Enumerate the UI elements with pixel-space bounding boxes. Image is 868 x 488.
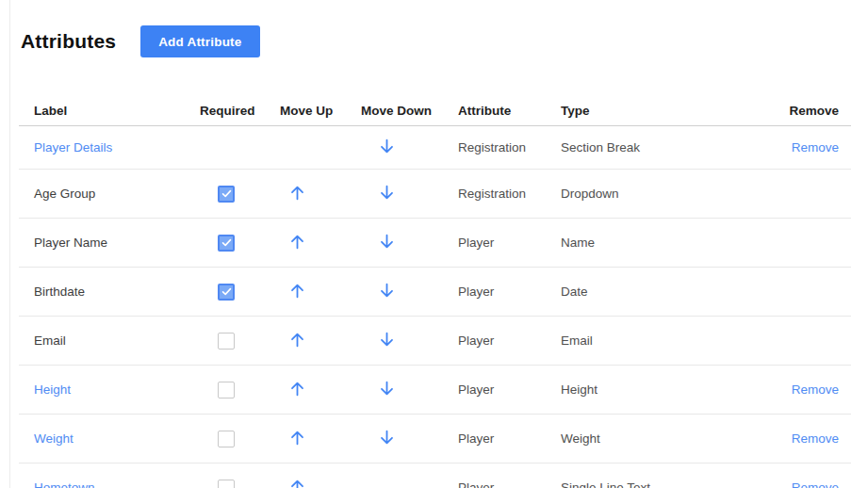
check-icon bbox=[221, 187, 233, 200]
type-value: Height bbox=[561, 382, 598, 397]
move-down-button[interactable] bbox=[378, 184, 396, 202]
arrow-down-icon bbox=[378, 282, 396, 300]
arrow-up-icon bbox=[288, 331, 306, 349]
table-row: Weight Player bbox=[19, 415, 851, 464]
type-value: Dropdown bbox=[561, 187, 619, 201]
row-label: Email bbox=[34, 333, 66, 348]
row-label: Age Group bbox=[34, 187, 95, 201]
arrow-up-icon bbox=[288, 380, 306, 398]
table-row: Player Name Player bbox=[19, 219, 851, 268]
remove-link[interactable]: Remove bbox=[792, 140, 839, 155]
required-checkbox[interactable] bbox=[218, 382, 235, 399]
table-row: Age Group Registration bbox=[19, 170, 851, 219]
column-header-move-down: Move Down bbox=[361, 104, 458, 118]
type-value: Name bbox=[561, 236, 595, 250]
column-header-remove: Remove bbox=[758, 104, 839, 118]
required-checkbox[interactable] bbox=[218, 431, 235, 447]
column-header-attribute: Attribute bbox=[458, 104, 561, 118]
type-value: Date bbox=[561, 285, 588, 299]
attribute-value: Player bbox=[458, 285, 494, 299]
column-header-required: Required bbox=[200, 104, 280, 118]
arrow-down-icon bbox=[378, 380, 396, 398]
column-header-move-up: Move Up bbox=[280, 104, 361, 118]
type-value: Section Break bbox=[561, 140, 640, 155]
row-label[interactable]: Player Details bbox=[34, 140, 112, 155]
table-body: Player Details Registration Section Brea… bbox=[19, 126, 851, 488]
row-label: Player Name bbox=[34, 236, 107, 250]
row-label[interactable]: Height bbox=[34, 382, 71, 397]
arrow-down-icon bbox=[378, 138, 396, 155]
table-row: Player Details Registration Section Brea… bbox=[19, 126, 851, 170]
remove-link[interactable]: Remove bbox=[792, 431, 839, 446]
move-up-button[interactable] bbox=[288, 429, 306, 447]
table-row: Hometown Player Single Line Text bbox=[19, 464, 851, 488]
required-checkbox[interactable] bbox=[218, 480, 235, 488]
add-attribute-button[interactable]: Add Attribute bbox=[140, 25, 259, 57]
left-panel-divider bbox=[9, 0, 10, 488]
move-up-button[interactable] bbox=[288, 331, 306, 349]
attribute-value: Player bbox=[458, 382, 494, 397]
move-down-button[interactable] bbox=[378, 282, 396, 300]
move-up-button[interactable] bbox=[288, 233, 306, 251]
attribute-value: Player bbox=[458, 480, 494, 488]
attributes-table: Label Required Move Up Move Down Attribu… bbox=[19, 95, 851, 488]
move-up-button[interactable] bbox=[288, 478, 306, 488]
arrow-down-icon bbox=[378, 233, 396, 251]
row-label[interactable]: Weight bbox=[34, 431, 74, 446]
column-header-type: Type bbox=[561, 104, 758, 118]
arrow-down-icon bbox=[378, 331, 396, 349]
arrow-down-icon bbox=[378, 429, 396, 447]
arrow-up-icon bbox=[288, 184, 306, 202]
required-checkbox[interactable] bbox=[218, 235, 235, 252]
type-value: Weight bbox=[561, 431, 600, 446]
row-label[interactable]: Hometown bbox=[34, 480, 95, 488]
check-icon bbox=[221, 285, 233, 298]
required-checkbox[interactable] bbox=[218, 333, 235, 350]
arrow-up-icon bbox=[288, 478, 306, 488]
table-row: Email Player bbox=[19, 317, 851, 366]
header-bar: Attributes Add Attribute bbox=[0, 0, 868, 57]
move-up-button[interactable] bbox=[288, 184, 306, 202]
type-value: Single Line Text bbox=[561, 480, 650, 488]
attribute-value: Player bbox=[458, 236, 494, 250]
table-header-row: Label Required Move Up Move Down Attribu… bbox=[19, 95, 851, 126]
attribute-value: Player bbox=[458, 333, 494, 348]
arrow-down-icon bbox=[378, 184, 396, 202]
attribute-value: Player bbox=[458, 431, 494, 446]
attribute-value: Registration bbox=[458, 187, 526, 201]
table-row: Height Player bbox=[19, 366, 851, 415]
required-checkbox[interactable] bbox=[218, 284, 235, 301]
remove-link[interactable]: Remove bbox=[792, 382, 839, 397]
attribute-value: Registration bbox=[458, 140, 526, 155]
move-down-button[interactable] bbox=[378, 429, 396, 447]
check-icon bbox=[221, 236, 233, 249]
move-down-button[interactable] bbox=[378, 138, 396, 155]
move-down-button[interactable] bbox=[378, 331, 396, 349]
remove-link[interactable]: Remove bbox=[792, 480, 839, 488]
required-checkbox[interactable] bbox=[218, 186, 235, 203]
arrow-up-icon bbox=[288, 429, 306, 447]
attributes-page: Attributes Add Attribute Label Required … bbox=[0, 0, 868, 488]
arrow-up-icon bbox=[288, 282, 306, 300]
page-title: Attributes bbox=[21, 30, 116, 53]
move-up-button[interactable] bbox=[288, 380, 306, 398]
column-header-label: Label bbox=[34, 104, 200, 118]
table-row: Birthdate Player bbox=[19, 268, 851, 317]
move-down-button[interactable] bbox=[378, 380, 396, 398]
move-up-button[interactable] bbox=[288, 282, 306, 300]
type-value: Email bbox=[561, 333, 593, 348]
move-down-button[interactable] bbox=[378, 233, 396, 251]
arrow-up-icon bbox=[288, 233, 306, 251]
row-label: Birthdate bbox=[34, 285, 85, 299]
